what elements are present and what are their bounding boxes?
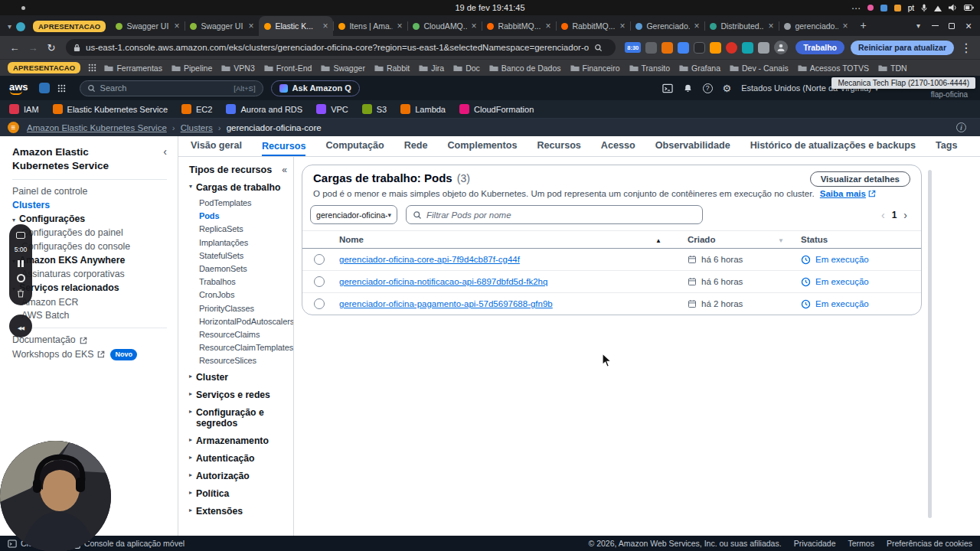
aws-extension-icon[interactable] [710, 42, 721, 54]
current-page[interactable]: 1 [892, 210, 897, 220]
resource-tree-item[interactable]: Autorização [189, 471, 293, 481]
microphone-icon[interactable] [921, 4, 927, 12]
created-column-header[interactable]: Criado [681, 231, 795, 249]
collapse-nav-icon[interactable] [163, 145, 167, 172]
tab-group-chip[interactable]: APRESENTACAO [33, 21, 106, 32]
aws-logo[interactable]: aws [9, 81, 28, 96]
cluster-tab[interactable]: Acesso [601, 140, 635, 156]
side-nav-item[interactable]: Clusters [12, 201, 167, 210]
window-chevron-icon[interactable] [916, 21, 920, 30]
browser-tab[interactable]: Itens | Ama... [333, 16, 407, 36]
settings-gear-icon[interactable] [723, 81, 732, 95]
row-radio-button[interactable] [314, 254, 325, 265]
footer-link[interactable]: Privacidade [794, 539, 836, 548]
pod-name-link[interactable]: gerenciador-oficina-notificacao-api-6897… [339, 277, 547, 286]
row-radio-button[interactable] [314, 298, 325, 309]
bookmark-item[interactable]: Ferramentas [104, 64, 162, 73]
resource-tree-item[interactable]: PriorityClasses [189, 304, 293, 313]
resource-tree-item[interactable]: Armazenamento [189, 435, 293, 446]
resource-tree-item[interactable]: StatefulSets [189, 251, 293, 260]
window-maximize-button[interactable] [943, 15, 960, 36]
browser-tab[interactable]: RabbitMQ... [482, 16, 556, 36]
content-scrollbar[interactable] [928, 170, 932, 518]
side-nav-item[interactable]: AWS Batch [12, 311, 167, 321]
menu-icon[interactable] [8, 122, 19, 133]
resource-tree-item[interactable]: ResourceSlices [189, 356, 293, 365]
bookmark-item[interactable]: Pipeline [172, 64, 212, 73]
apps-grid-icon[interactable] [88, 64, 96, 72]
mobile-console-link[interactable]: Console da aplicação móvel [74, 539, 185, 549]
resource-tree-item[interactable]: Configuração e segredos [189, 407, 293, 429]
workshops-link[interactable]: Workshops do EKS Novo [12, 349, 167, 360]
cluster-tab[interactable]: Computação [325, 140, 384, 156]
tab-close-icon[interactable] [694, 21, 699, 31]
tab-close-icon[interactable] [322, 21, 328, 31]
activities-indicator-icon[interactable] [21, 6, 25, 10]
network-icon[interactable] [934, 5, 942, 11]
favorite-service-link[interactable]: IAM [9, 104, 39, 114]
resource-tree-item[interactable]: Cargas de trabalho [189, 182, 293, 193]
table-row[interactable]: gerenciador-oficina-pagamento-api-57d569… [302, 293, 921, 315]
timer-extension-icon[interactable]: 8:30 [625, 42, 641, 53]
sort-icon[interactable] [778, 235, 789, 244]
console-search-input[interactable]: Search [Alt+S] [80, 80, 263, 96]
browser-tab[interactable]: RabbitMQ... [556, 16, 630, 36]
tray-app-icon[interactable] [894, 5, 901, 11]
browser-tab[interactable]: CloudAMQ... [407, 16, 482, 36]
tab-search-icon[interactable] [8, 22, 11, 31]
zoom-indicator-icon[interactable] [594, 44, 603, 52]
cluster-tab[interactable]: Complementos [447, 140, 517, 156]
resource-tree-item[interactable]: Serviços e redes [189, 390, 293, 400]
services-menu-icon[interactable] [57, 84, 66, 93]
resource-tree-item[interactable]: Extensões [189, 506, 293, 517]
recorder-stop-button[interactable] [17, 274, 25, 282]
address-bar[interactable]: us-east-1.console.aws.amazon.com/eks/clu… [66, 39, 616, 56]
bookmark-item[interactable]: Dev - Canais [730, 64, 789, 73]
browser-tab[interactable]: Distributed... [704, 16, 779, 36]
tray-more-icon[interactable] [851, 1, 861, 15]
pods-search-input[interactable]: Filtrar Pods por nome [406, 205, 703, 224]
browser-tab[interactable]: Gerenciado... [630, 16, 704, 36]
window-close-button[interactable] [960, 15, 977, 36]
extension-icon[interactable] [645, 42, 657, 54]
recorder-extension-icon[interactable] [726, 42, 737, 54]
notifications-bell-icon[interactable] [683, 83, 693, 93]
reload-button[interactable] [43, 42, 60, 54]
table-row[interactable]: gerenciador-oficina-core-api-7f9d4cb87f-… [302, 249, 921, 271]
tab-close-icon[interactable] [545, 21, 550, 31]
cluster-tab[interactable]: Rede [404, 140, 428, 156]
footer-link[interactable]: Preferências de cookies [887, 539, 972, 548]
favorite-service-link[interactable]: Elastic Kubernetes Service [53, 104, 168, 114]
recorder-display-icon[interactable] [16, 232, 25, 239]
resource-tree-item[interactable]: Cluster [189, 372, 293, 383]
browser-menu-icon[interactable] [960, 41, 972, 55]
next-page-icon[interactable] [903, 209, 907, 221]
tab-close-icon[interactable] [174, 21, 179, 31]
forward-button[interactable] [24, 42, 41, 54]
tray-record-icon[interactable] [867, 5, 874, 11]
ask-amazon-q-button[interactable]: Ask Amazon Q [271, 80, 360, 96]
saved-tab-group-chip[interactable]: APRESENTACAO [8, 62, 80, 73]
cluster-tab[interactable]: Histórico de atualizações e backups [750, 140, 916, 156]
bookmark-item[interactable]: TDN [878, 64, 907, 73]
bookmark-item[interactable]: Front-End [264, 64, 312, 73]
cluster-tab[interactable]: Observabilidade [655, 140, 730, 156]
side-nav-item[interactable]: Serviços relacionados [12, 283, 167, 294]
cluster-tab[interactable]: Visão geral [191, 140, 242, 156]
resource-tree-item[interactable]: Autenticação [189, 453, 293, 464]
relaunch-to-update-button[interactable]: Reiniciar para atualizar [851, 41, 954, 55]
resource-tree-item[interactable]: Implantações [189, 238, 293, 247]
bookmark-item[interactable]: Grafana [679, 64, 720, 73]
favorite-service-link[interactable]: VPC [316, 104, 348, 114]
recorder-pause-button[interactable] [18, 260, 24, 267]
side-nav-item[interactable]: Amazon ECR [12, 298, 167, 308]
side-nav-item[interactable]: Configurações do painel [12, 228, 167, 238]
side-nav-item[interactable]: Configurações [12, 214, 167, 225]
bookmark-item[interactable]: Transito [629, 64, 671, 73]
extension-icon[interactable] [742, 42, 753, 54]
resource-tree-item[interactable]: ReplicaSets [189, 224, 293, 233]
console-home-icon[interactable] [39, 83, 50, 93]
documentation-link[interactable]: Documentação [12, 335, 167, 345]
tab-close-icon[interactable] [248, 21, 253, 31]
favorite-service-link[interactable]: Lambda [400, 104, 446, 114]
